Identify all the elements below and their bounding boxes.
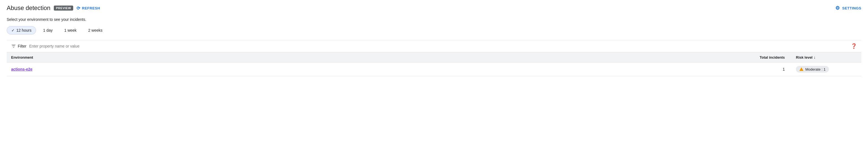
time-filter-1week[interactable]: 1 week — [60, 26, 81, 34]
sort-icon[interactable]: ↓ — [814, 55, 815, 59]
gear-icon: ⚙ — [835, 5, 840, 11]
filter-icon-area: Filter — [11, 44, 26, 49]
time-filter-12hours-label: 12 hours — [17, 28, 31, 32]
refresh-button[interactable]: ⟳ REFRESH — [76, 5, 100, 11]
warning-icon — [799, 67, 804, 71]
refresh-label: REFRESH — [82, 6, 100, 10]
header-left: Abuse detection PREVIEW ⟳ REFRESH — [7, 4, 100, 12]
help-icon[interactable]: ❓ — [851, 43, 857, 49]
filter-label: Filter — [18, 44, 26, 48]
time-filter-1day-label: 1 day — [43, 28, 53, 32]
column-environment: Environment — [11, 55, 751, 59]
time-filter-2weeks-label: 2 weeks — [88, 28, 102, 32]
check-icon: ✓ — [11, 28, 15, 32]
header-row: Abuse detection PREVIEW ⟳ REFRESH ⚙ SETT… — [7, 4, 861, 12]
time-filters: ✓ 12 hours 1 day 1 week 2 weeks — [7, 26, 861, 34]
environment-link[interactable]: actions-e2e — [11, 67, 32, 71]
incidents-count-cell: 1 — [751, 67, 796, 71]
subtitle-text: Select your environment to see your inci… — [7, 17, 861, 22]
time-filter-1day[interactable]: 1 day — [38, 26, 57, 34]
risk-level-cell: Moderate : 1 — [796, 66, 857, 73]
settings-label: SETTINGS — [842, 6, 861, 10]
time-filter-2weeks[interactable]: 2 weeks — [84, 26, 107, 34]
page-title: Abuse detection — [7, 4, 51, 12]
refresh-icon: ⟳ — [76, 5, 81, 11]
filter-bar: Filter ❓ — [7, 40, 861, 52]
table-header: Environment Total incidents Risk level ↓ — [7, 52, 861, 63]
column-total-incidents: Total incidents — [751, 55, 796, 59]
filter-input[interactable] — [29, 44, 848, 48]
filter-icon — [11, 44, 16, 49]
table-row: actions-e2e 1 Moderate : 1 — [7, 63, 861, 76]
settings-button[interactable]: ⚙ SETTINGS — [835, 5, 861, 11]
time-filter-1week-label: 1 week — [64, 28, 76, 32]
time-filter-12hours[interactable]: ✓ 12 hours — [7, 26, 36, 34]
page-container: Abuse detection PREVIEW ⟳ REFRESH ⚙ SETT… — [0, 0, 868, 81]
environment-cell: actions-e2e — [11, 67, 751, 71]
column-risk-level: Risk level ↓ — [796, 55, 857, 59]
risk-pill: Moderate : 1 — [796, 66, 829, 73]
risk-label: Moderate : 1 — [805, 67, 826, 71]
preview-badge: PREVIEW — [54, 5, 73, 10]
